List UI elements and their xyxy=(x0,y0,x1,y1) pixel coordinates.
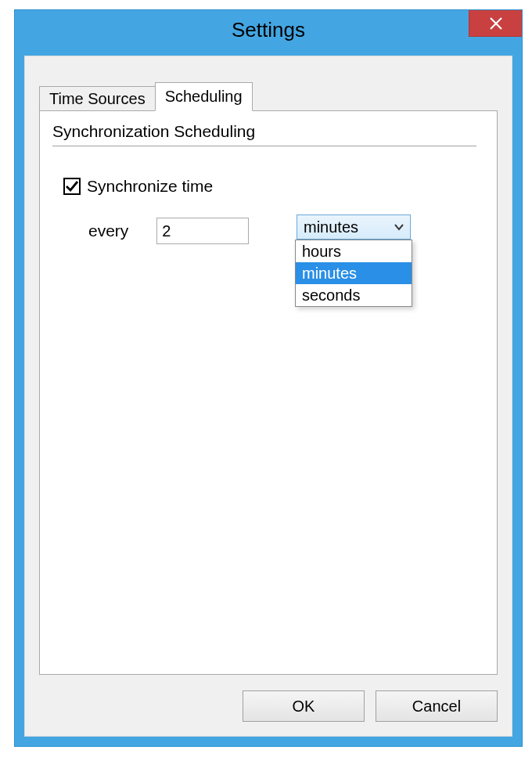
interval-row: every xyxy=(88,218,249,244)
section-title: Synchronization Scheduling xyxy=(52,122,255,141)
checkmark-icon xyxy=(65,179,79,193)
ok-button[interactable]: OK xyxy=(243,690,365,722)
window-title: Settings xyxy=(15,18,522,42)
tab-panel-scheduling: Synchronization Scheduling Synchronize t… xyxy=(39,110,498,675)
tab-label: Time Sources xyxy=(49,90,146,108)
dialog-button-row: OK Cancel xyxy=(243,690,498,722)
sync-checkbox[interactable] xyxy=(63,178,81,195)
sync-checkbox-row: Synchronize time xyxy=(63,177,213,196)
unit-combobox-value: minutes xyxy=(297,218,388,236)
client-area: Time Sources Scheduling Synchronization … xyxy=(24,56,512,737)
dropdown-item-label: minutes xyxy=(302,265,357,283)
unit-option-hours[interactable]: hours xyxy=(296,240,412,262)
interval-input[interactable] xyxy=(156,218,249,244)
dropdown-item-label: seconds xyxy=(302,287,361,305)
tab-time-sources[interactable]: Time Sources xyxy=(39,86,156,111)
every-label: every xyxy=(88,222,128,240)
tab-row: Time Sources Scheduling xyxy=(39,83,252,111)
unit-option-minutes[interactable]: minutes xyxy=(296,262,412,284)
close-button[interactable] xyxy=(469,10,522,37)
settings-window: Settings Time Sources Scheduling Synchro… xyxy=(14,9,523,747)
sync-checkbox-label: Synchronize time xyxy=(87,177,213,196)
unit-combobox[interactable]: minutes xyxy=(297,214,411,240)
tab-scheduling[interactable]: Scheduling xyxy=(155,82,253,111)
chevron-down-icon xyxy=(388,223,410,231)
unit-dropdown-list: hours minutes seconds xyxy=(295,240,412,307)
dropdown-item-label: hours xyxy=(302,243,341,261)
section-divider xyxy=(52,146,476,146)
tab-label: Scheduling xyxy=(165,88,243,106)
unit-option-seconds[interactable]: seconds xyxy=(296,284,412,306)
cancel-button[interactable]: Cancel xyxy=(376,690,498,722)
titlebar: Settings xyxy=(15,10,522,49)
button-label: Cancel xyxy=(412,698,461,716)
button-label: OK xyxy=(293,698,315,716)
close-icon xyxy=(489,16,503,31)
